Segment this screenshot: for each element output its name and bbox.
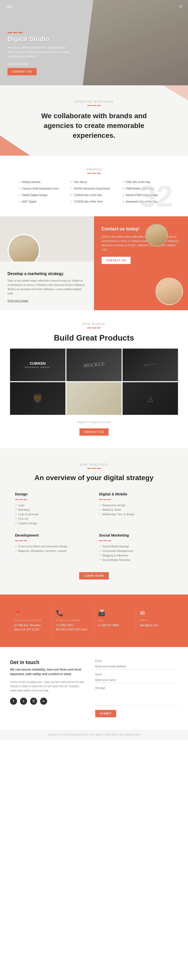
name-input[interactable] (95, 677, 178, 683)
contact-box-phone: 📞 PHONE NUMBER +1 (985) 430-1866 0013 45… (52, 605, 94, 637)
message-textarea[interactable] (95, 690, 178, 705)
service-col-digital: Digital & Mobile ✓Responsive design ✓Mob… (99, 492, 173, 525)
name-form-group: Name (95, 673, 178, 683)
menu-icon[interactable]: ≡ (179, 3, 182, 9)
twitter-icon[interactable]: t (20, 698, 27, 705)
email-input[interactable] (95, 663, 178, 670)
wave-1 (8, 32, 12, 33)
decorative-triangle-right (163, 85, 188, 100)
contact-box-office: 📍 OUR MAIN OFFICE 12 Fifth Ave, Brooklyn… (10, 605, 52, 637)
get-in-touch-section: Get in touch We can ensure reliability, … (0, 647, 188, 730)
work-item-6[interactable]: △ (123, 382, 178, 415)
award-item: ✓CSSDA Site of the Year (71, 199, 118, 204)
navigation: logo ≡ (0, 0, 188, 13)
contact-cta-button[interactable]: CONTACT US (101, 257, 131, 264)
email-label: Email (95, 660, 178, 662)
service-item: ✓Magento, Wordpress, Symfony, Laravel (15, 549, 89, 553)
works-cta-button[interactable]: CONTACT US (79, 428, 109, 436)
linkedin-icon[interactable]: in (40, 698, 47, 705)
marketing-text: Dolor sit aln porttitor impor sollicitud… (8, 278, 87, 296)
works-label: OUR WORKS (10, 323, 178, 326)
hero-text: Nam lacus dolor in commodo id. Vulputate… (8, 45, 73, 59)
contact-marketing-section: Develop a marketing strategy Dolor sit a… (0, 216, 188, 310)
award-item: ✓Webby Awards (19, 180, 66, 184)
contact-boxes: 📍 OUR MAIN OFFICE 12 Fifth Ave, Brooklyn… (10, 605, 178, 637)
service-item: ✓Logo (15, 503, 89, 508)
email-form-group: Email (95, 660, 178, 670)
service-design-title: Design (15, 492, 89, 496)
award-item: ✓Cannes Gold Integrated Lions (19, 186, 66, 191)
works-grid: CUBIKENBUSINESS GROUP MOCKUP MOCKUP 🦁 ◇ … (10, 348, 178, 415)
footer: Template text: Click to select the text … (0, 730, 188, 739)
services-learn-more-area: LEARN MORE (15, 572, 173, 579)
works-title: Build Great Products (10, 333, 178, 342)
service-digital-title: Digital & Mobile (99, 492, 173, 496)
logo: logo (6, 5, 13, 8)
contact-form: Email Name Message SUBMIT (95, 660, 178, 717)
email-title: EMAIL (140, 619, 174, 622)
message-form-group: Message (95, 687, 178, 706)
decorative-triangle-left (0, 135, 30, 156)
services-grid: Design ✓Logo ✓Branding ✓Logo & personal … (15, 492, 173, 562)
portrait-circle-2 (155, 278, 183, 305)
services-header: OUR SERVICES An overview of your digital… (15, 463, 173, 482)
work-item-2[interactable]: MOCKUP (66, 348, 122, 381)
service-item: ✓Mobile App. Dev. & design (99, 512, 173, 517)
work-item-3[interactable]: MOCKUP (123, 348, 178, 381)
marketing-title: Develop a marketing strategy (8, 272, 87, 276)
service-item: ✓Logo & personal (15, 512, 89, 517)
facebook-icon[interactable]: f (10, 698, 17, 705)
email-icon: ✉ (140, 609, 174, 617)
award-item: ✓One Show (71, 180, 118, 184)
location-icon: 📍 (14, 609, 48, 617)
services-waves (15, 468, 173, 469)
awards-section: AWARDS ✓Webby Awards ✓One Show ✓FWA Site… (0, 156, 188, 216)
work-item-5[interactable]: ◇ (66, 382, 122, 415)
submit-button[interactable]: SUBMIT (95, 710, 116, 717)
get-subtitle: We can ensure reliability, low-cost fare… (10, 667, 85, 676)
contact-title: Contact us today! (101, 226, 180, 232)
social-icons: f t ⓘ in (10, 698, 85, 705)
marketing-image-area (0, 216, 94, 261)
service-item: ✓Branding (15, 508, 89, 512)
service-col-social: Social Marketing ✓Social Media Strategy … (99, 533, 173, 562)
service-dev-title: Development (15, 533, 89, 537)
hero-read-more[interactable]: Read more Details (8, 62, 73, 65)
hero-waves (8, 32, 73, 33)
phone-icon: 📞 (56, 609, 90, 617)
services-label: OUR SERVICES (15, 463, 173, 466)
service-social-title: Social Marketing (99, 533, 173, 537)
hero-content: Digital Studio Nam lacus dolor in commod… (8, 32, 73, 75)
marketing-read-more[interactable]: Read more Details (8, 299, 28, 302)
works-section: OUR WORKS Build Great Products CUBIKENBU… (0, 310, 188, 448)
award-item: ✓ADC Digital (19, 199, 66, 204)
marketing-left: Develop a marketing strategy Dolor sit a… (0, 216, 94, 310)
message-label: Message (95, 687, 178, 689)
hero-section: Digital Studio Nam lacus dolor in commod… (0, 0, 188, 85)
service-item: ✓Graphic Design (15, 521, 89, 525)
creative-waves (15, 105, 173, 106)
learn-more-button[interactable]: LEARN MORE (79, 572, 109, 579)
award-item: ✓CSSDA Site of the Day (71, 193, 118, 197)
works-note: Images from Images from Freepik (10, 421, 178, 423)
service-item: ✓Responsive design (99, 503, 173, 508)
hero-title: Digital Studio (8, 35, 73, 43)
contact-box-email: ✉ EMAIL hello@me.com (136, 605, 178, 637)
instagram-icon[interactable]: ⓘ (30, 698, 37, 705)
fax-icon: 📠 (98, 609, 132, 617)
office-title: OUR MAIN OFFICE (14, 619, 48, 622)
award-item: ✓D&AD Digital Design (19, 193, 66, 197)
footer-text: Template text: Click to select the text … (10, 733, 178, 736)
contact-info-section: 📍 OUR MAIN OFFICE 12 Fifth Ave, Brooklyn… (0, 595, 188, 647)
work-item-1[interactable]: CUBIKENBUSINESS GROUP (10, 348, 65, 381)
contact-box-fax: 📠 FAX +1 234 567-8900 (94, 605, 136, 637)
work-item-4[interactable]: 🦁 (10, 382, 65, 415)
fax-title: FAX (98, 619, 132, 622)
creative-title: We collaborate with brands and agencies … (31, 111, 156, 140)
phone-value: +1 (985) 430-1866 0013 4567 (Toll Free) (56, 623, 90, 632)
awards-big-number: 32 (140, 181, 173, 211)
contact-text: Dolor sit aln porttitor impor sollicitud… (101, 235, 180, 252)
get-title: Get in touch (10, 660, 85, 665)
services-section: OUR SERVICES An overview of your digital… (0, 448, 188, 595)
hero-cta-button[interactable]: CONTACT US (8, 68, 36, 75)
